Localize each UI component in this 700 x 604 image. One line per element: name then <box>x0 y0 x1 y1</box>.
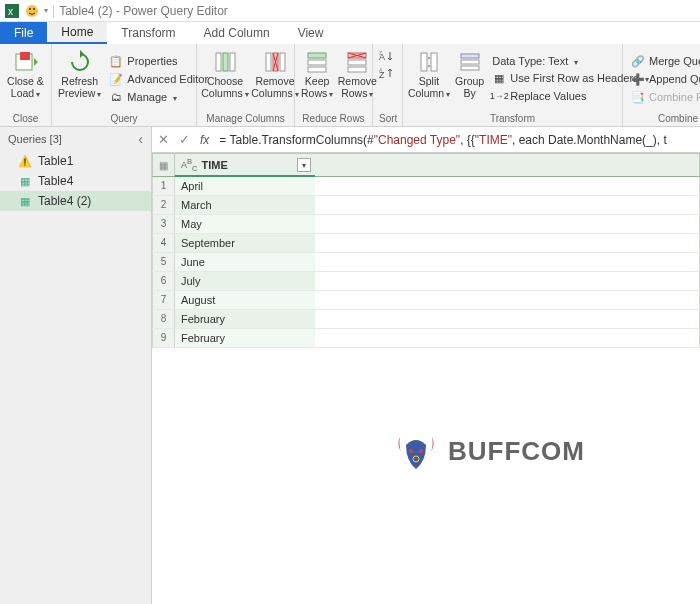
svg-text:x: x <box>8 6 13 17</box>
cell[interactable]: April <box>175 177 315 195</box>
append-icon: ➕ <box>631 72 645 86</box>
manage-button[interactable]: 🗂 Manage <box>107 89 210 105</box>
formula-accept-button[interactable]: ✓ <box>179 132 190 147</box>
header-row: ▦ ABC TIME ▾ <box>152 153 700 177</box>
sidebar-header: Queries [3] ‹ <box>0 127 151 151</box>
choose-columns-button[interactable]: Choose Columns <box>203 46 247 112</box>
svg-rect-22 <box>421 53 427 71</box>
text-type-icon: ABC <box>181 157 197 173</box>
select-all-corner[interactable]: ▦ <box>153 154 175 176</box>
cell[interactable]: March <box>175 196 315 214</box>
row-header[interactable]: 8 <box>153 310 175 328</box>
query-item-table4-2[interactable]: ▦ Table4 (2) <box>0 191 151 211</box>
table-row[interactable]: 9February <box>152 329 700 348</box>
tab-add-column[interactable]: Add Column <box>190 22 284 44</box>
formula-bar: ✕ ✓ fx = Table.TransformColumns(#"Change… <box>152 127 700 153</box>
properties-icon: 📋 <box>109 54 123 68</box>
remove-columns-icon <box>261 48 289 76</box>
svg-rect-13 <box>308 60 326 65</box>
cell[interactable]: July <box>175 272 315 290</box>
group-reduce-rows: Keep Rows Remove Rows Reduce Rows <box>295 44 373 126</box>
svg-rect-24 <box>461 54 479 58</box>
table-row[interactable]: 2March <box>152 196 700 215</box>
svg-rect-17 <box>348 67 366 72</box>
table-icon: ▦ <box>18 174 32 188</box>
cell[interactable]: February <box>175 310 315 328</box>
row-header[interactable]: 1 <box>153 177 175 195</box>
choose-columns-label: Choose Columns <box>201 76 248 99</box>
tab-file[interactable]: File <box>0 22 47 44</box>
row-header[interactable]: 3 <box>153 215 175 233</box>
tab-view[interactable]: View <box>284 22 338 44</box>
table-row[interactable]: 8February <box>152 310 700 329</box>
advanced-editor-button[interactable]: 📝 Advanced Editor <box>107 71 210 87</box>
remove-rows-label: Remove Rows <box>338 76 377 99</box>
keep-rows-button[interactable]: Keep Rows <box>301 46 333 112</box>
query-item-table4[interactable]: ▦ Table4 <box>0 171 151 191</box>
keep-rows-label: Keep Rows <box>301 76 333 99</box>
split-column-button[interactable]: Split Column <box>409 46 449 112</box>
svg-rect-25 <box>461 60 479 64</box>
main-pane: ✕ ✓ fx = Table.TransformColumns(#"Change… <box>152 127 700 604</box>
row-header[interactable]: 6 <box>153 272 175 290</box>
svg-text:Z: Z <box>379 70 385 79</box>
cell[interactable]: May <box>175 215 315 233</box>
group-combine-label: Combine <box>629 112 700 126</box>
remove-rows-icon <box>343 48 371 76</box>
close-and-load-button[interactable]: Close & Load <box>6 46 45 112</box>
properties-button[interactable]: 📋 Properties <box>107 53 210 69</box>
table-row[interactable]: 5June <box>152 253 700 272</box>
sort-desc-button[interactable]: AZ <box>379 67 396 82</box>
table-row[interactable]: 4September <box>152 234 700 253</box>
tab-transform[interactable]: Transform <box>107 22 189 44</box>
first-row-label: Use First Row as Headers <box>510 72 638 84</box>
row-header[interactable]: 7 <box>153 291 175 309</box>
row-header[interactable]: 5 <box>153 253 175 271</box>
manage-label: Manage <box>127 91 167 103</box>
group-sort: AZ AZ Sort <box>373 44 403 126</box>
svg-point-29 <box>413 456 419 462</box>
tab-home[interactable]: Home <box>47 22 107 44</box>
table-row[interactable]: 3May <box>152 215 700 234</box>
row-header[interactable]: 2 <box>153 196 175 214</box>
qat-dropdown-icon[interactable]: ▾ <box>44 6 48 15</box>
manage-icon: 🗂 <box>109 90 123 104</box>
svg-rect-9 <box>266 53 271 71</box>
watermark-text: BUFFCOM <box>448 436 585 467</box>
column-filter-button[interactable]: ▾ <box>297 158 311 172</box>
table-row[interactable]: 6July <box>152 272 700 291</box>
append-queries-button[interactable]: ➕ Append Queries <box>629 71 700 87</box>
remove-rows-button[interactable]: Remove Rows <box>339 46 375 112</box>
svg-point-4 <box>33 8 35 10</box>
cell[interactable]: June <box>175 253 315 271</box>
group-query-label: Query <box>58 112 190 126</box>
close-load-label: Close & Load <box>7 76 44 99</box>
column-header-time[interactable]: ABC TIME ▾ <box>175 154 315 176</box>
formula-cancel-button[interactable]: ✕ <box>158 132 169 147</box>
refresh-preview-button[interactable]: Refresh Preview <box>58 46 101 112</box>
query-item-table1[interactable]: ⚠️ Table1 <box>0 151 151 171</box>
group-by-button[interactable]: Group By <box>455 46 484 112</box>
sort-asc-button[interactable]: AZ <box>379 50 396 65</box>
merge-queries-button[interactable]: 🔗 Merge Queries <box>629 53 700 69</box>
table-row[interactable]: 7August <box>152 291 700 310</box>
svg-rect-26 <box>461 66 479 70</box>
formula-text[interactable]: = Table.TransformColumns(#"Changed Type"… <box>219 133 694 147</box>
cell[interactable]: August <box>175 291 315 309</box>
svg-text:Z: Z <box>379 50 382 56</box>
svg-rect-6 <box>216 53 221 71</box>
cell[interactable]: February <box>175 329 315 347</box>
remove-columns-button[interactable]: Remove Columns <box>253 46 297 112</box>
refresh-label: Refresh Preview <box>58 76 101 99</box>
collapse-sidebar-button[interactable]: ‹ <box>138 131 143 147</box>
sidebar-title: Queries [3] <box>8 133 62 145</box>
ribbon: Close & Load Close Refresh Preview 📋 Pro… <box>0 44 700 127</box>
split-icon <box>415 48 443 76</box>
row-header[interactable]: 9 <box>153 329 175 347</box>
cell[interactable]: September <box>175 234 315 252</box>
row-header[interactable]: 4 <box>153 234 175 252</box>
table-row[interactable]: 1April <box>152 177 700 196</box>
title-bar: x ▾ | Table4 (2) - Power Query Editor <box>0 0 700 22</box>
svg-point-3 <box>29 8 31 10</box>
table-icon: ▦ <box>18 194 32 208</box>
